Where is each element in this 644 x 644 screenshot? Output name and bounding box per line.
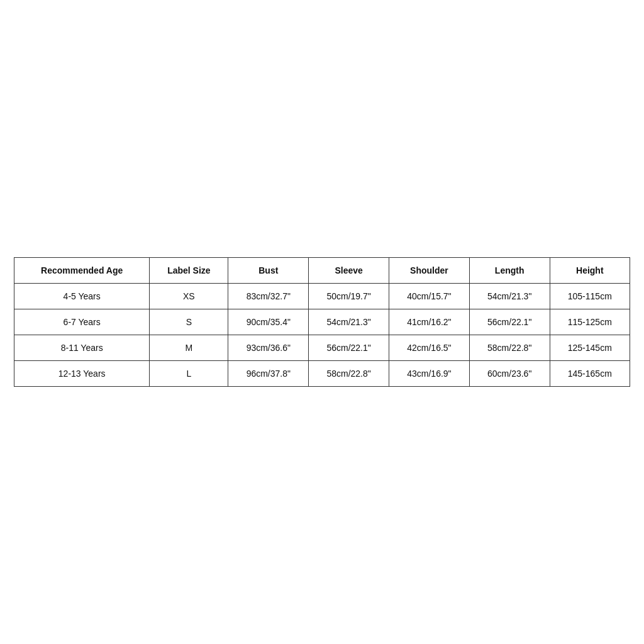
- col-header-shoulder: Shoulder: [389, 258, 470, 284]
- cell-height: 115-125cm: [550, 309, 630, 335]
- cell-bust: 93cm/36.6": [228, 335, 309, 361]
- col-header-length: Length: [469, 258, 550, 284]
- cell-sleeve: 56cm/22.1": [309, 335, 389, 361]
- cell-shoulder: 41cm/16.2": [389, 309, 470, 335]
- table-row: 4-5 YearsXS83cm/32.7"50cm/19.7"40cm/15.7…: [14, 284, 630, 309]
- size-chart-table: Recommended Age Label Size Bust Sleeve S…: [14, 257, 630, 387]
- cell-age: 6-7 Years: [14, 309, 150, 335]
- cell-label-size: L: [150, 361, 228, 387]
- cell-age: 12-13 Years: [14, 361, 150, 387]
- col-header-height: Height: [550, 258, 630, 284]
- cell-label-size: M: [150, 335, 228, 361]
- cell-sleeve: 58cm/22.8": [309, 361, 389, 387]
- cell-age: 4-5 Years: [14, 284, 150, 309]
- cell-label-size: S: [150, 309, 228, 335]
- size-chart-container: Recommended Age Label Size Bust Sleeve S…: [14, 257, 630, 387]
- col-header-label-size: Label Size: [150, 258, 228, 284]
- cell-shoulder: 43cm/16.9": [389, 361, 470, 387]
- cell-shoulder: 42cm/16.5": [389, 335, 470, 361]
- cell-bust: 83cm/32.7": [228, 284, 309, 309]
- table-row: 8-11 YearsM93cm/36.6"56cm/22.1"42cm/16.5…: [14, 335, 630, 361]
- cell-height: 145-165cm: [550, 361, 630, 387]
- table-header-row: Recommended Age Label Size Bust Sleeve S…: [14, 258, 630, 284]
- cell-bust: 96cm/37.8": [228, 361, 309, 387]
- col-header-sleeve: Sleeve: [309, 258, 389, 284]
- cell-sleeve: 50cm/19.7": [309, 284, 389, 309]
- cell-bust: 90cm/35.4": [228, 309, 309, 335]
- cell-length: 58cm/22.8": [469, 335, 550, 361]
- cell-sleeve: 54cm/21.3": [309, 309, 389, 335]
- cell-shoulder: 40cm/15.7": [389, 284, 470, 309]
- table-row: 12-13 YearsL96cm/37.8"58cm/22.8"43cm/16.…: [14, 361, 630, 387]
- cell-age: 8-11 Years: [14, 335, 150, 361]
- col-header-bust: Bust: [228, 258, 309, 284]
- cell-height: 125-145cm: [550, 335, 630, 361]
- cell-label-size: XS: [150, 284, 228, 309]
- col-header-age: Recommended Age: [14, 258, 150, 284]
- cell-length: 56cm/22.1": [469, 309, 550, 335]
- cell-height: 105-115cm: [550, 284, 630, 309]
- cell-length: 54cm/21.3": [469, 284, 550, 309]
- cell-length: 60cm/23.6": [469, 361, 550, 387]
- table-row: 6-7 YearsS90cm/35.4"54cm/21.3"41cm/16.2"…: [14, 309, 630, 335]
